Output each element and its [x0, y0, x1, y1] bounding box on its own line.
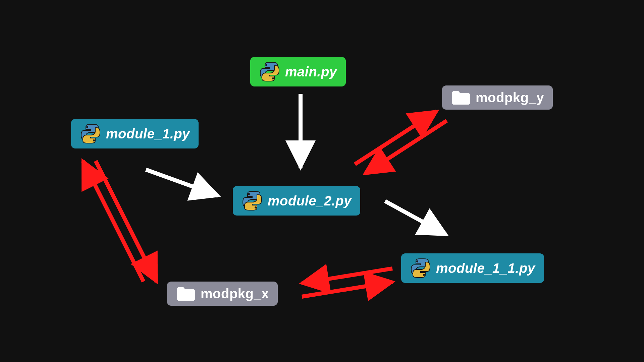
svg-point-4: [248, 193, 250, 195]
folder-icon: [451, 89, 471, 106]
arrow-modpkgx-to-module11: [302, 282, 392, 297]
node-module11-label: module_1_1.py: [436, 261, 535, 276]
svg-point-3: [93, 139, 95, 141]
svg-point-5: [255, 206, 257, 208]
python-icon: [259, 61, 280, 82]
svg-point-2: [86, 126, 88, 128]
arrow-module11-to-modpkgx: [302, 268, 392, 283]
arrow-module2-to-modpkgy: [355, 111, 437, 164]
svg-point-7: [423, 274, 425, 276]
arrow-layer: [0, 0, 644, 362]
arrow-module2-to-module11: [385, 201, 446, 235]
node-module2: module_2.py: [233, 186, 360, 216]
node-main: main.py: [250, 57, 346, 86]
arrow-modpkgy-to-module2: [365, 121, 447, 174]
diagram-canvas: main.py module_1.py module_2.py module_1…: [0, 0, 644, 362]
svg-point-1: [272, 77, 274, 79]
node-module1-label: module_1.py: [106, 126, 190, 141]
svg-point-6: [416, 260, 418, 262]
arrow-module1-to-modpkgx: [96, 161, 156, 282]
node-modpkgx-label: modpkg_x: [201, 286, 269, 301]
python-icon: [241, 190, 263, 212]
node-module1: module_1.py: [71, 119, 199, 148]
python-icon: [410, 257, 431, 279]
node-modpkgy-label: modpkg_y: [476, 90, 544, 105]
arrow-modpkgx-to-module1: [83, 161, 144, 282]
node-module2-label: module_2.py: [268, 193, 352, 208]
node-main-label: main.py: [285, 64, 337, 79]
node-modpkgy: modpkg_y: [442, 85, 553, 110]
arrow-module1-to-module2: [146, 170, 218, 196]
svg-point-0: [265, 64, 267, 66]
node-modpkgx: modpkg_x: [167, 282, 278, 306]
python-icon: [80, 123, 101, 144]
folder-icon: [176, 286, 196, 302]
node-module11: module_1_1.py: [401, 253, 544, 283]
